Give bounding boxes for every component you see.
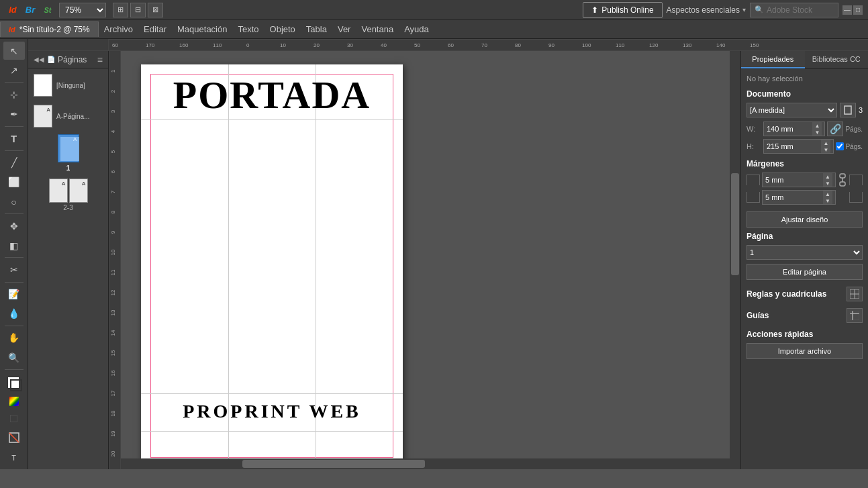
menu-tabla[interactable]: Tabla bbox=[301, 21, 332, 37]
link-dimensions-btn[interactable]: 🔗 bbox=[827, 121, 843, 136]
svg-rect-44 bbox=[845, 106, 851, 114]
svg-text:130: 130 bbox=[683, 42, 692, 48]
h-increment[interactable]: ▲ bbox=[821, 140, 830, 146]
publish-online-button[interactable]: ⬆ Publish Online bbox=[583, 2, 662, 18]
h-decrement[interactable]: ▼ bbox=[821, 146, 830, 153]
panel-menu-button[interactable]: ≡ bbox=[97, 54, 103, 65]
frame-mode-btn[interactable] bbox=[3, 429, 25, 447]
doc-size-select[interactable]: [A medida] bbox=[746, 103, 837, 117]
scissors-tool[interactable]: ✂ bbox=[3, 260, 25, 279]
menu-maquetacion[interactable]: Maquetación bbox=[172, 21, 232, 37]
rectangle-tool[interactable]: ⬜ bbox=[3, 173, 25, 191]
svg-text:140: 140 bbox=[716, 42, 726, 48]
w-label: W: bbox=[746, 125, 761, 133]
spread-container[interactable]: A A 2-3 bbox=[31, 179, 105, 211]
ruler-top-row: // generate ticks inline - just decorati… bbox=[28, 39, 868, 51]
preview-mode-btn[interactable]: □ bbox=[3, 409, 25, 428]
panel-title-row: ◀◀ 📄 Páginas bbox=[34, 55, 87, 64]
indesign-icon: Id bbox=[5, 4, 20, 16]
none-label: [Ninguna] bbox=[56, 82, 85, 89]
document-tab[interactable]: Id *Sin título-2 @ 75% bbox=[0, 21, 99, 37]
menu-objeto[interactable]: Objeto bbox=[264, 21, 301, 37]
type-on-path-btn[interactable]: T bbox=[3, 448, 25, 467]
proprint-text: PROPRINT WEB bbox=[183, 401, 361, 422]
margin2-dec[interactable]: ▼ bbox=[823, 197, 832, 204]
svg-text:60: 60 bbox=[112, 42, 118, 48]
margin2-inc[interactable]: ▲ bbox=[823, 191, 832, 197]
view-mode-btn3[interactable]: ⊠ bbox=[148, 3, 163, 17]
svg-text:30: 30 bbox=[347, 42, 353, 48]
w-decrement[interactable]: ▼ bbox=[812, 129, 822, 136]
menu-ventana[interactable]: Ventana bbox=[356, 21, 399, 37]
menu-ver[interactable]: Ver bbox=[332, 21, 356, 37]
view-mode-btn2[interactable]: ⊟ bbox=[130, 3, 146, 17]
zoom-tool[interactable]: 🔍 bbox=[3, 348, 25, 367]
view-mode-btn1[interactable]: ⊞ bbox=[113, 3, 128, 17]
margin2-value: 5 mm bbox=[765, 193, 823, 201]
apply-color-btn[interactable] bbox=[9, 397, 19, 406]
scroll-thumb-h[interactable] bbox=[242, 460, 425, 468]
scroll-thumb-v[interactable] bbox=[731, 173, 739, 275]
note-tool[interactable]: 📝 bbox=[3, 285, 25, 303]
publish-icon: ⬆ bbox=[591, 5, 598, 15]
tab-libraries[interactable]: Bibliotecas CC bbox=[805, 51, 869, 68]
guias-icon-btn[interactable] bbox=[847, 308, 863, 323]
page1-container[interactable]: A 1 bbox=[31, 134, 105, 172]
w-increment[interactable]: ▲ bbox=[812, 122, 822, 129]
hand-tool[interactable]: ✋ bbox=[3, 329, 25, 347]
ruler-vertical: 1 2 3 4 5 6 7 8 9 10 11 12 13 14 15 16 1 bbox=[109, 51, 121, 469]
editar-pagina-button[interactable]: Editar página bbox=[746, 264, 863, 280]
importar-archivo-button[interactable]: Importar archivo bbox=[746, 343, 863, 359]
chain-link[interactable] bbox=[838, 173, 847, 187]
ellipse-tool[interactable]: ○ bbox=[3, 193, 25, 211]
guias-row: Guías bbox=[746, 308, 863, 323]
margin2-input[interactable]: 5 mm ▲ ▼ bbox=[762, 190, 836, 205]
search-input[interactable] bbox=[767, 4, 834, 16]
svg-text:1: 1 bbox=[110, 69, 116, 72]
ajustar-diseno-button[interactable]: Ajustar diseño bbox=[746, 211, 863, 228]
eyedropper-tool[interactable]: 💧 bbox=[3, 305, 25, 323]
master-page-row[interactable]: A A-Página... bbox=[31, 103, 105, 129]
gradient-tool[interactable]: ◧ bbox=[3, 236, 25, 254]
view-buttons: ⊞ ⊟ ⊠ bbox=[113, 3, 163, 17]
menu-archivo[interactable]: Archivo bbox=[99, 21, 138, 37]
pen-tool[interactable]: ✒ bbox=[3, 105, 25, 123]
select-tool[interactable]: ↖ bbox=[3, 42, 25, 60]
margin1-inc[interactable]: ▲ bbox=[823, 173, 832, 180]
w-stepper[interactable]: 140 mm ▲ ▼ bbox=[763, 121, 825, 136]
scroll-horizontal[interactable] bbox=[121, 458, 730, 469]
doc-portrait-btn[interactable] bbox=[840, 103, 856, 117]
reglas-icon-btn[interactable] bbox=[847, 287, 863, 301]
menu-texto[interactable]: Texto bbox=[232, 21, 264, 37]
margin1-dec[interactable]: ▼ bbox=[823, 180, 832, 187]
maximize-button[interactable]: □ bbox=[853, 5, 863, 15]
none-page-row[interactable]: [Ninguna] bbox=[31, 72, 105, 98]
menu-ayuda[interactable]: Ayuda bbox=[399, 21, 434, 37]
menu-editar[interactable]: Editar bbox=[138, 21, 172, 37]
gap-tool[interactable]: ⊹ bbox=[3, 85, 25, 103]
tab-properties[interactable]: Propiedades bbox=[741, 51, 805, 68]
svg-text:7: 7 bbox=[110, 190, 116, 193]
line-tool[interactable]: ╱ bbox=[3, 154, 25, 172]
app-icons: Id Br St bbox=[5, 4, 55, 16]
page-number-select[interactable]: 123 bbox=[746, 245, 863, 260]
panel-collapse-icon[interactable]: ◀◀ bbox=[34, 56, 44, 63]
h-stepper[interactable]: 215 mm ▲ ▼ bbox=[763, 139, 834, 154]
stroke-color[interactable] bbox=[10, 379, 22, 391]
zoom-select[interactable]: 75%50%100%150% bbox=[59, 3, 106, 17]
pages-checkbox[interactable] bbox=[836, 142, 844, 150]
page1[interactable]: PORTADA PROPRINT WEB bbox=[141, 64, 403, 467]
minimize-button[interactable]: — bbox=[842, 5, 852, 15]
type-tool[interactable]: T bbox=[3, 130, 25, 148]
free-transform-tool[interactable]: ✥ bbox=[3, 217, 25, 235]
direct-select-tool[interactable]: ↗ bbox=[3, 61, 25, 79]
documento-section: Documento [A medida] 3 bbox=[746, 89, 863, 363]
doc-size-row: [A medida] 3 bbox=[746, 103, 863, 117]
none-page-thumb bbox=[34, 74, 52, 97]
frame-icon bbox=[9, 432, 19, 443]
margin1-input[interactable]: 5 mm ▲ ▼ bbox=[762, 173, 836, 187]
no-selection-label: No hay selección bbox=[746, 75, 863, 83]
h-stepper-btns: ▲ ▼ bbox=[821, 140, 830, 153]
scroll-vertical[interactable] bbox=[730, 51, 740, 458]
margenes-section: Márgenes 5 mm ▲ ▼ bbox=[746, 159, 863, 205]
